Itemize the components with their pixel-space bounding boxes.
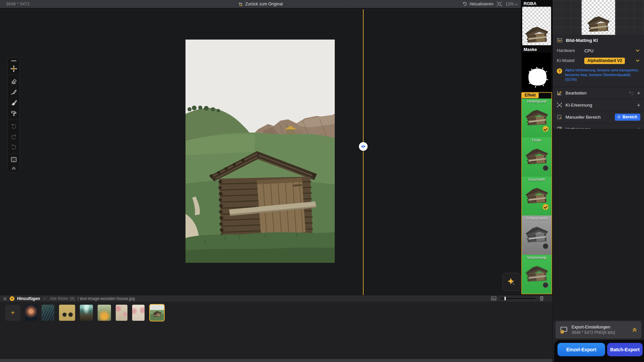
effect-checked-badge[interactable] [543, 204, 548, 210]
effect-hintergrund[interactable]: Hintergrund [522, 99, 551, 137]
marquee-tool-button[interactable] [8, 154, 19, 165]
pen-tool-button[interactable] [8, 86, 19, 97]
zoom-level-value: 12% [505, 2, 514, 6]
chevron-down-icon[interactable] [636, 59, 640, 62]
ki-model-value[interactable]: AlphaStandard V2 [584, 58, 625, 64]
chevron-down-icon[interactable] [636, 49, 640, 52]
gear-icon [559, 326, 568, 334]
collapse-left-icon[interactable] [43, 297, 46, 300]
ki-model-row[interactable]: KI-Modell AlphaStandard V2 [553, 56, 644, 66]
effects-panel: Effekt Hintergrund Feder Unschärfe [521, 92, 552, 294]
thumbnail-woman-forest[interactable] [80, 305, 93, 321]
app-window: 3648 * 5472 Zurück zum Original [0, 0, 644, 362]
photo-preview [185, 40, 335, 263]
plus-icon[interactable]: + [637, 90, 640, 96]
zoom-preview-pane [553, 0, 644, 35]
magic-matting-button[interactable] [502, 273, 521, 291]
thumbnail-woman-portrait[interactable] [132, 305, 145, 321]
sparkle-wand-icon [506, 277, 517, 287]
effect-unchecked-badge[interactable] [543, 282, 548, 288]
split-handle[interactable] [359, 142, 368, 151]
section-ki-erkennung[interactable]: AI KI-Erkennung + [553, 99, 644, 111]
plus-icon[interactable]: + [10, 296, 14, 301]
current-file-breadcrumb: / test-image-wooden house.jpg [77, 296, 135, 301]
thumbnail-wooden-house-selected[interactable] [149, 304, 165, 321]
crosshair-icon [617, 115, 621, 119]
top-toolbar: 3648 * 5472 Zurück zum Original [0, 0, 521, 9]
undo-icon[interactable] [628, 90, 634, 95]
add-image-tile[interactable]: + [5, 305, 20, 321]
thumbnail-size-slider[interactable] [500, 298, 535, 299]
mask-preview-thumb[interactable] [522, 53, 551, 91]
model-hint-row: ? Alpha-Verfeinerung, bessere semi-trans… [553, 66, 644, 85]
rgba-header: RGBA [521, 0, 552, 7]
hardware-label: Hardware [557, 48, 580, 53]
edit-icon [557, 90, 562, 96]
magnifier-icon[interactable] [496, 1, 502, 7]
batch-export-button[interactable]: Batch-Export [607, 343, 643, 356]
undo-button[interactable] [8, 120, 19, 131]
manual-region-icon [557, 114, 562, 120]
export-settings-card[interactable]: Export-Einstellungen 3648 * 5472 PNG[8 b… [555, 321, 641, 339]
effect-unchecked-badge[interactable] [543, 165, 548, 171]
effect-checked-badge[interactable] [543, 126, 548, 132]
expand-up-icon[interactable] [632, 327, 637, 332]
plus-icon[interactable]: + [637, 102, 640, 108]
thumbnail-jellyfish[interactable] [25, 305, 37, 321]
export-settings-detail: 3648 * 5472 PNG[8 bits] [572, 330, 629, 335]
roller-tool-button[interactable] [8, 108, 19, 119]
hardware-value[interactable]: CPU [584, 48, 593, 53]
thumbnail-seafood[interactable] [42, 305, 54, 321]
split-handle-icon [361, 144, 366, 149]
mask-header: Maske [521, 46, 552, 53]
panel-title: Bild-Matting KI [566, 38, 598, 43]
effect-feder[interactable]: Feder [522, 137, 551, 176]
single-export-button[interactable]: Einzel-Export [557, 343, 605, 356]
bereich-button[interactable]: Bereich [615, 114, 640, 121]
export-actions: Einzel-Export Batch-Export [554, 340, 644, 362]
refresh-label: Aktualisieren [469, 2, 493, 6]
toolbar-grip[interactable] [11, 60, 16, 61]
effect-schwarzweiss[interactable]: Schwarzweiß [522, 216, 551, 254]
thumbnail-bicycle[interactable] [59, 305, 75, 321]
thumbnail-woman-flowers[interactable] [98, 305, 111, 321]
effect-verpixelung[interactable]: Verpixelung [522, 255, 551, 294]
model-hint-text: Alpha-Verfeinerung, bessere semi-transpa… [565, 68, 640, 82]
section-bearbeiten[interactable]: Bearbeiten + [553, 87, 644, 99]
ai-detection-icon: AI [557, 102, 562, 108]
filmstrip: + [0, 302, 552, 359]
all-images-breadcrumb[interactable]: Alle Bilder (8) [50, 296, 75, 301]
back-to-original-button[interactable]: Zurück zum Original [238, 2, 283, 6]
refresh-button[interactable]: Aktualisieren [463, 2, 493, 6]
add-images-button[interactable]: Hinzufügen [17, 296, 40, 301]
image-matting-icon [557, 38, 562, 43]
chevron-down-icon [515, 3, 518, 5]
hardware-row[interactable]: Hardware CPU [553, 46, 644, 56]
effect-unschaerfe[interactable]: Unschärfe [522, 177, 551, 216]
tools-toolbar [7, 58, 20, 173]
settings-panel: Bild-Matting KI Hardware CPU KI-Modell A… [552, 0, 644, 362]
before-after-split-line [363, 9, 364, 295]
trash-icon[interactable] [539, 296, 544, 301]
move-tool-button[interactable] [8, 63, 19, 74]
rgba-preview-thumb[interactable] [522, 7, 551, 45]
swap-arrows-icon [238, 2, 243, 6]
back-to-original-label: Zurück zum Original [245, 2, 283, 6]
eraser-tool-button[interactable] [8, 76, 19, 86]
effect-unchecked-badge[interactable] [543, 243, 548, 249]
filmstrip-header: + Hinzufügen Alle Bilder (8) / test-imag… [0, 295, 552, 302]
thumbnail-woman-roses[interactable] [116, 305, 127, 321]
effects-tab[interactable]: Effekt [522, 93, 539, 98]
image-size-icon [491, 296, 496, 301]
slider-handle[interactable] [504, 297, 506, 300]
collapse-toolbar-button[interactable] [8, 165, 19, 172]
reset-button[interactable] [8, 142, 19, 153]
redo-button[interactable] [8, 131, 19, 142]
zoom-level-dropdown[interactable]: 12% [505, 2, 518, 6]
section-manueller-bereich[interactable]: Manueller Bereich Bereich [553, 111, 644, 123]
editor-canvas[interactable] [0, 9, 521, 295]
help-icon[interactable]: ? [557, 68, 562, 74]
ki-model-label: KI-Modell [557, 58, 580, 63]
collapse-filmstrip-icon[interactable] [3, 297, 7, 301]
brush-tool-button[interactable] [8, 97, 19, 108]
